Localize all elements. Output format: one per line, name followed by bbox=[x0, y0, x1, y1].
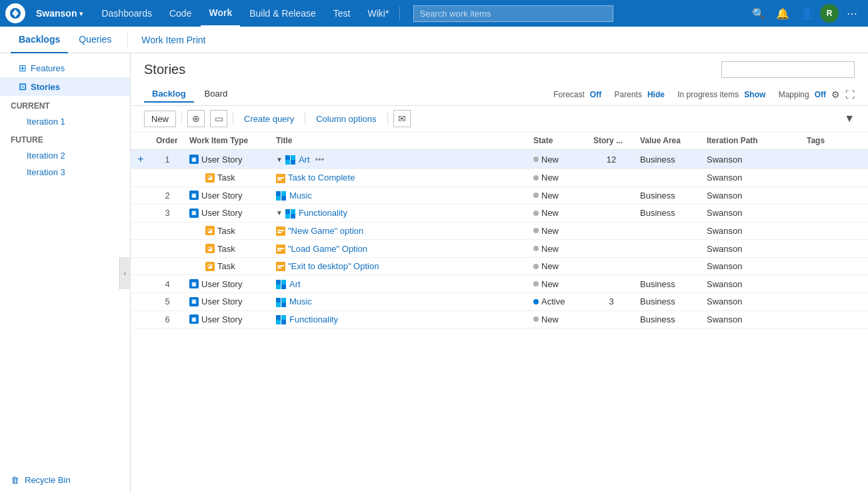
nav-wiki[interactable]: Wiki* bbox=[360, 0, 397, 27]
state-label: New bbox=[541, 191, 559, 201]
row-title-link[interactable]: Functionality bbox=[299, 208, 347, 218]
svg-rect-21 bbox=[277, 250, 281, 251]
row-story-points bbox=[588, 205, 635, 223]
row-title-link[interactable]: "Exit to desktop" Option bbox=[288, 261, 379, 271]
col-story-points[interactable]: Story ... bbox=[588, 132, 635, 150]
row-type: ◪ Task bbox=[184, 169, 271, 187]
state-label: New bbox=[541, 155, 559, 165]
row-title-link[interactable]: "New Game" option bbox=[288, 226, 363, 236]
row-add-cell bbox=[131, 275, 151, 293]
row-story-points bbox=[588, 257, 635, 275]
sidebar-iteration1[interactable]: Iteration 1 bbox=[0, 113, 130, 130]
nav-dashboards[interactable]: Dashboards bbox=[93, 0, 160, 27]
email-icon[interactable]: ✉ bbox=[393, 110, 411, 127]
row-title-link[interactable]: Art bbox=[299, 155, 310, 165]
row-title-link[interactable]: Music bbox=[289, 296, 312, 306]
remove-icon[interactable]: ▭ bbox=[210, 110, 227, 127]
parents-value[interactable]: Hide bbox=[647, 90, 665, 99]
nav-test[interactable]: Test bbox=[325, 0, 359, 27]
collapse-icon[interactable]: ▼ bbox=[276, 156, 283, 163]
col-title[interactable]: Title bbox=[271, 132, 528, 150]
story-icon-inline bbox=[285, 154, 296, 165]
sidebar-item-stories[interactable]: ⊡ Stories bbox=[0, 77, 130, 96]
main-layout: ⊞ Features ⊡ Stories Current Iteration 1… bbox=[0, 53, 868, 493]
row-title-link[interactable]: "Load Game" Option bbox=[288, 244, 367, 254]
search-icon[interactable]: 🔍 bbox=[748, 3, 769, 24]
row-title-link[interactable]: Music bbox=[289, 191, 312, 201]
col-type[interactable]: Work Item Type bbox=[184, 132, 271, 150]
tab-board[interactable]: Board bbox=[197, 86, 236, 103]
sidebar-iteration3[interactable]: Iteration 3 bbox=[0, 164, 130, 181]
state-dot bbox=[533, 299, 539, 304]
row-type: ▣ User Story bbox=[184, 292, 271, 310]
svg-rect-6 bbox=[277, 177, 284, 179]
recycle-bin[interactable]: 🗑 Recycle Bin bbox=[0, 467, 130, 493]
row-tags bbox=[801, 169, 868, 187]
row-type-label: User Story bbox=[201, 208, 242, 218]
more-icon[interactable]: ⋯ bbox=[841, 3, 863, 24]
column-options-button[interactable]: Column options bbox=[311, 111, 381, 127]
row-title: Functionality bbox=[271, 310, 528, 328]
forecast-value[interactable]: Off bbox=[590, 90, 601, 99]
header-search-input[interactable] bbox=[721, 61, 855, 78]
fullscreen-icon[interactable]: ⛶ bbox=[845, 89, 855, 100]
sub-nav-queries[interactable]: Queries bbox=[71, 27, 119, 53]
row-title-link[interactable]: Task to Complete bbox=[288, 173, 355, 183]
row-iteration-path: Swanson bbox=[701, 310, 801, 328]
nav-work[interactable]: Work bbox=[201, 0, 240, 27]
svg-rect-27 bbox=[281, 280, 286, 284]
col-value-area[interactable]: Value Area bbox=[635, 132, 701, 150]
row-title-link[interactable]: Functionality bbox=[289, 314, 338, 324]
app-logo[interactable] bbox=[5, 3, 25, 23]
svg-rect-8 bbox=[276, 191, 281, 196]
row-title-link[interactable]: Art bbox=[289, 279, 301, 289]
sidebar-iteration2[interactable]: Iteration 2 bbox=[0, 147, 130, 164]
notifications-icon[interactable]: 🔔 bbox=[772, 3, 793, 24]
project-name[interactable]: Swanson ▾ bbox=[31, 8, 88, 19]
more-options-icon[interactable]: ••• bbox=[315, 155, 325, 165]
table-row: +1 ▣ User Story ▼ Art••• New 12BusinessS… bbox=[131, 150, 868, 169]
tab-backlog[interactable]: Backlog bbox=[144, 86, 194, 103]
avatar[interactable]: R bbox=[820, 4, 839, 23]
row-type-label: User Story bbox=[201, 314, 242, 324]
col-tags[interactable]: Tags bbox=[801, 132, 868, 150]
row-tags bbox=[801, 222, 868, 240]
svg-rect-12 bbox=[285, 209, 290, 214]
state-label: Active bbox=[541, 296, 565, 306]
current-section-label: Current bbox=[0, 96, 130, 113]
row-value-area: Business bbox=[635, 205, 701, 223]
nav-code[interactable]: Code bbox=[161, 0, 199, 27]
story-type-icon: ▣ bbox=[189, 279, 199, 288]
col-order[interactable]: Order bbox=[151, 132, 184, 150]
row-iteration-path: Swanson bbox=[701, 222, 801, 240]
table-row: ◪ Task Task to Complete New Swanson bbox=[131, 169, 868, 187]
row-order bbox=[151, 240, 184, 258]
mapping-value[interactable]: Off bbox=[815, 90, 826, 99]
row-type-label: User Story bbox=[201, 191, 242, 201]
in-progress-value[interactable]: Show bbox=[744, 90, 765, 99]
user-icon[interactable]: 👤 bbox=[796, 3, 817, 24]
mapping-label: Mapping bbox=[779, 90, 809, 99]
new-button[interactable]: New bbox=[144, 111, 176, 127]
collapse-sidebar-button[interactable]: ‹ bbox=[119, 257, 130, 289]
sub-nav-print[interactable]: Work Item Print bbox=[133, 27, 213, 53]
action-separator-2 bbox=[233, 112, 233, 125]
collapse-icon[interactable]: ▼ bbox=[276, 209, 283, 217]
col-iteration-path[interactable]: Iteration Path bbox=[701, 132, 801, 150]
add-child-icon[interactable]: ⊕ bbox=[187, 110, 205, 127]
sub-nav-backlogs[interactable]: Backlogs bbox=[11, 27, 68, 53]
create-query-button[interactable]: Create query bbox=[239, 111, 299, 127]
col-state[interactable]: State bbox=[528, 132, 588, 150]
table-row: 4 ▣ User Story Art New BusinessSwanson bbox=[131, 275, 868, 293]
gear-icon[interactable]: ⚙ bbox=[831, 89, 840, 100]
row-state: New bbox=[528, 310, 588, 328]
search-input[interactable] bbox=[413, 5, 613, 22]
nav-build-release[interactable]: Build & Release bbox=[241, 0, 324, 27]
filter-icon[interactable]: ▼ bbox=[844, 113, 855, 125]
action-separator-3 bbox=[305, 112, 305, 125]
add-row-button[interactable]: + bbox=[137, 153, 143, 165]
sidebar-item-features[interactable]: ⊞ Features bbox=[0, 59, 130, 77]
state-label: New bbox=[541, 173, 559, 183]
row-type-label: User Story bbox=[201, 279, 242, 289]
row-type-label: Task bbox=[217, 226, 235, 236]
